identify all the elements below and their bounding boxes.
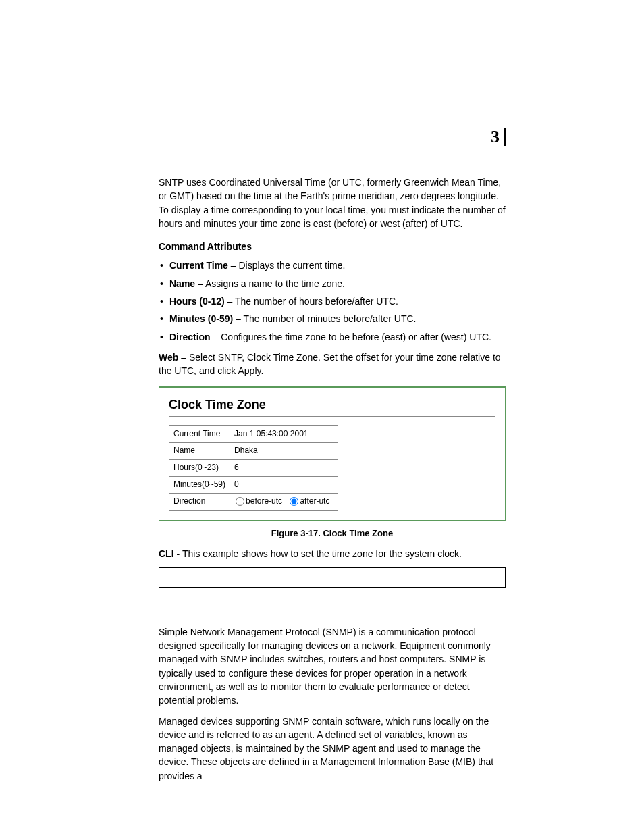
- page: 3 SNTP uses Coordinated Universal Time (…: [0, 0, 644, 834]
- direction-after-label: after-utc: [300, 496, 329, 506]
- intro-paragraph: SNTP uses Coordinated Universal Time (or…: [159, 176, 506, 230]
- attr-name: Current Time: [169, 260, 228, 271]
- direction-after-radio[interactable]: [290, 497, 298, 506]
- figure-panel: Clock Time Zone Current Time Jan 1 05:43…: [159, 386, 506, 521]
- attr-desc: – Assigns a name to the time zone.: [195, 278, 345, 289]
- attr-name: Name: [169, 278, 195, 289]
- direction-before-radio[interactable]: [236, 497, 244, 506]
- direction-before-label: before-utc: [246, 496, 282, 506]
- cli-text: This example shows how to set the time z…: [182, 548, 462, 559]
- attr-name: Minutes (0-59): [169, 313, 233, 324]
- attr-item: Current Time – Displays the current time…: [159, 259, 506, 272]
- attr-desc: – Displays the current time.: [228, 260, 346, 271]
- body-text: SNTP uses Coordinated Universal Time (or…: [159, 176, 506, 783]
- direction-after-option[interactable]: after-utc: [288, 496, 329, 506]
- table-row: Current Time Jan 1 05:43:00 2001: [169, 425, 338, 442]
- attr-desc: – The number of minutes before/after UTC…: [233, 313, 416, 324]
- cli-paragraph: CLI - This example shows how to set the …: [159, 547, 506, 561]
- hours-label: Hours(0~23): [169, 459, 230, 476]
- command-attributes-heading: Command Attributes: [159, 240, 506, 253]
- table-row: Name: [169, 442, 338, 459]
- snmp-paragraph-2: Managed devices supporting SNMP contain …: [159, 714, 506, 783]
- minutes-input[interactable]: [234, 479, 298, 489]
- direction-label: Direction: [169, 493, 230, 510]
- attr-item: Name – Assigns a name to the time zone.: [159, 277, 506, 290]
- figure-panel-title: Clock Time Zone: [169, 396, 495, 413]
- web-label: Web: [159, 352, 178, 363]
- cli-label: CLI -: [159, 548, 182, 559]
- minutes-label: Minutes(0~59): [169, 476, 230, 493]
- direction-before-option[interactable]: before-utc: [234, 496, 282, 506]
- table-row: Direction before-utc after-utc: [169, 493, 338, 510]
- attr-item: Direction – Configures the time zone to …: [159, 330, 506, 344]
- attr-name: Direction: [169, 332, 211, 342]
- chapter-number: 3: [491, 128, 506, 146]
- attr-item: Hours (0-12) – The number of hours befor…: [159, 294, 506, 308]
- snmp-paragraph-1: Simple Network Management Protocol (SNMP…: [159, 625, 506, 708]
- current-time-value: Jan 1 05:43:00 2001: [230, 425, 338, 442]
- attr-desc: – The number of hours before/after UTC.: [225, 296, 398, 307]
- attr-desc: – Configures the time zone to be before …: [211, 332, 491, 342]
- table-row: Hours(0~23): [169, 459, 338, 476]
- direction-cell: before-utc after-utc: [230, 493, 338, 510]
- table-row: Minutes(0~59): [169, 476, 338, 493]
- attribute-list: Current Time – Displays the current time…: [159, 259, 506, 343]
- hours-input[interactable]: [234, 463, 298, 472]
- name-input[interactable]: [234, 446, 298, 455]
- name-label: Name: [169, 442, 230, 459]
- figure-divider: [169, 416, 495, 417]
- cli-box: [159, 567, 506, 588]
- current-time-label: Current Time: [169, 425, 230, 442]
- attr-name: Hours (0-12): [169, 296, 225, 307]
- web-paragraph: Web – Select SNTP, Clock Time Zone. Set …: [159, 350, 506, 378]
- clock-form-table: Current Time Jan 1 05:43:00 2001 Name Ho…: [169, 425, 338, 511]
- figure-caption: Figure 3-17. Clock Time Zone: [159, 527, 506, 540]
- attr-item: Minutes (0-59) – The number of minutes b…: [159, 312, 506, 325]
- web-text: – Select SNTP, Clock Time Zone. Set the …: [159, 352, 501, 376]
